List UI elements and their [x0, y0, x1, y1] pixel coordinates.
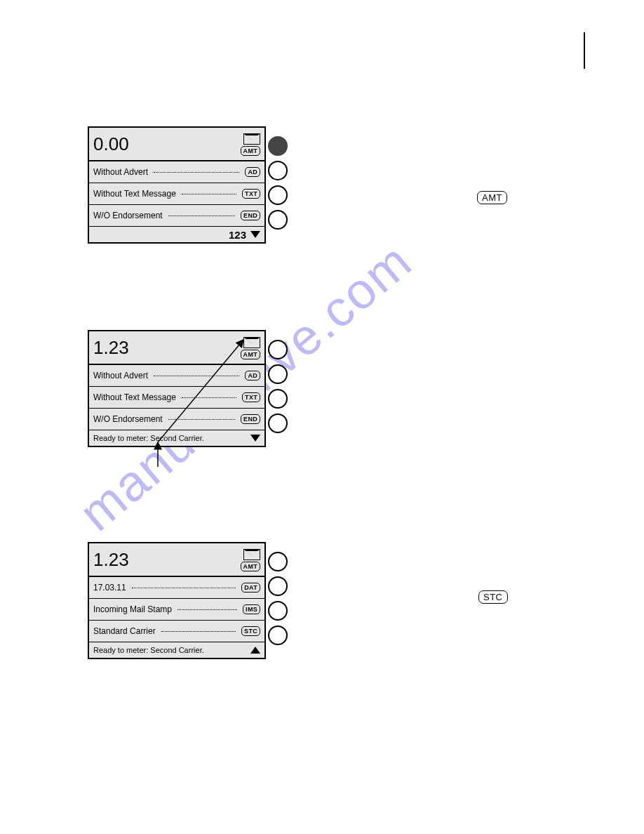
row-incoming-stamp: Incoming Mail Stamp IMS [89, 599, 264, 621]
softkey-button-3[interactable] [268, 185, 288, 205]
chevron-down-icon [250, 435, 260, 442]
amount-header: 1.23 AMT [89, 543, 264, 577]
envelope-icon [243, 337, 260, 348]
envelope-icon [243, 133, 260, 145]
row-label: W/O Endorsement [93, 414, 163, 424]
amt-tag: AMT [241, 146, 260, 156]
softkeys-3 [268, 552, 289, 650]
chevron-up-icon [250, 647, 260, 654]
dotted-line [154, 171, 239, 173]
amount-value: 0.00 [93, 133, 129, 155]
amount-value: 1.23 [93, 337, 129, 359]
softkey-button-1[interactable] [268, 552, 288, 571]
status-text: Ready to meter: Second Carrier. [93, 646, 204, 654]
dotted-line [168, 215, 235, 216]
softkey-button-2[interactable] [268, 161, 288, 180]
row-text-message: Without Text Message TXT [89, 183, 264, 205]
softkey-button-4[interactable] [268, 210, 288, 230]
row-tag: TXT [242, 189, 260, 199]
panel-footer: Ready to meter: Second Carrier. [89, 642, 264, 658]
display-panel-3: 1.23 AMT 17.03.11 DAT Incoming Mail Stam… [88, 542, 266, 659]
softkey-button-1[interactable] [268, 136, 288, 156]
softkey-button-3[interactable] [268, 389, 288, 409]
row-tag: IMS [243, 604, 260, 614]
softkey-button-1[interactable] [268, 340, 288, 359]
row-standard-carrier: Standard Carrier STC [89, 621, 264, 642]
row-label: Standard Carrier [93, 626, 156, 636]
row-date: 17.03.11 DAT [89, 577, 264, 599]
row-advert: Without Advert AD [89, 365, 264, 387]
softkey-button-3[interactable] [268, 601, 288, 621]
dotted-line [182, 193, 236, 194]
softkeys-2 [268, 340, 289, 438]
row-tag: AD [245, 371, 260, 380]
amount-value: 1.23 [93, 549, 129, 571]
row-label: Without Advert [93, 371, 148, 380]
softkey-button-4[interactable] [268, 413, 288, 433]
dotted-line [132, 587, 236, 588]
row-tag: END [241, 211, 260, 220]
softkey-button-2[interactable] [268, 576, 288, 596]
amt-tag: AMT [241, 562, 260, 571]
row-label: Incoming Mail Stamp [93, 604, 172, 614]
row-label: W/O Endorsement [93, 211, 163, 220]
display-panel-2: 1.23 AMT Without Advert AD Without Text … [88, 330, 266, 447]
dotted-line [161, 630, 236, 632]
dotted-line [168, 418, 235, 420]
amt-key-label: AMT [477, 191, 507, 204]
dotted-line [182, 397, 236, 398]
amount-header: 1.23 AMT [89, 331, 264, 365]
footer-value: 123 [229, 229, 246, 241]
panel-footer: 123 [89, 227, 264, 242]
row-label: Without Text Message [93, 189, 176, 199]
row-text-message: Without Text Message TXT [89, 387, 264, 409]
row-endorsement: W/O Endorsement END [89, 409, 264, 430]
row-tag: TXT [242, 392, 260, 402]
row-label: Without Advert [93, 167, 148, 177]
stc-key-label: STC [478, 590, 508, 604]
dotted-line [154, 375, 239, 376]
row-endorsement: W/O Endorsement END [89, 205, 264, 227]
panel-footer: Ready to meter: Second Carrier. [89, 430, 264, 446]
amount-header: 0.00 AMT [89, 128, 264, 161]
row-label: 17.03.11 [93, 583, 126, 593]
softkey-button-2[interactable] [268, 364, 288, 384]
dotted-line [177, 609, 237, 610]
page-margin-bar [584, 32, 585, 69]
row-advert: Without Advert AD [89, 161, 264, 183]
row-tag: AD [245, 167, 260, 177]
row-label: Without Text Message [93, 392, 176, 402]
display-panel-1: 0.00 AMT Without Advert AD Without Text … [88, 126, 266, 244]
row-tag: DAT [241, 583, 260, 593]
envelope-icon [243, 549, 260, 560]
amt-tag: AMT [241, 350, 260, 359]
row-tag: STC [241, 626, 260, 636]
softkey-button-4[interactable] [268, 626, 288, 645]
chevron-down-icon [250, 231, 260, 238]
row-tag: END [241, 414, 260, 424]
softkeys-1 [268, 136, 289, 234]
status-text: Ready to meter: Second Carrier. [93, 434, 204, 442]
